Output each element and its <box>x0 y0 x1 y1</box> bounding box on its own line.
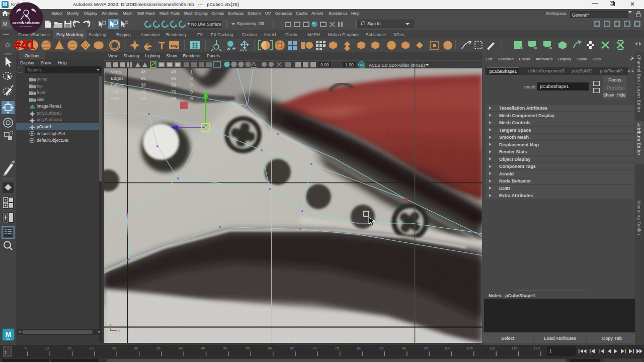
svg-text:110: 110 <box>489 346 495 350</box>
svg-text:AYA: AYA <box>7 338 11 340</box>
svg-text:x: x <box>118 329 120 332</box>
svg-text:85: 85 <box>379 346 383 350</box>
svg-text:68: 68 <box>171 96 176 101</box>
svg-text:0: 0 <box>190 96 193 101</box>
svg-text:50: 50 <box>223 346 227 350</box>
svg-text:55: 55 <box>246 346 250 350</box>
svg-text:0.0.0: 0.0.0 <box>240 48 247 51</box>
svg-text:MASTUR CREATIONS: MASTUR CREATIONS <box>13 22 40 25</box>
svg-text:115: 115 <box>512 346 518 350</box>
svg-text:svg: svg <box>171 43 178 48</box>
svg-text:76: 76 <box>141 89 146 95</box>
svg-text:we create dreams: we create dreams <box>20 26 32 28</box>
svg-text:0: 0 <box>190 89 193 95</box>
svg-text:120: 120 <box>533 346 540 350</box>
svg-text:0: 0 <box>190 82 193 87</box>
svg-text:48: 48 <box>171 69 176 74</box>
svg-text:38: 38 <box>141 82 146 87</box>
svg-text:20: 20 <box>90 346 94 350</box>
svg-text:38: 38 <box>171 82 176 87</box>
svg-text:Edges:: Edges: <box>111 76 125 81</box>
svg-text:45: 45 <box>201 346 205 350</box>
svg-text:105: 105 <box>466 346 473 350</box>
svg-text:70: 70 <box>312 346 316 350</box>
svg-text:95: 95 <box>424 346 428 350</box>
svg-text:86: 86 <box>171 76 176 81</box>
svg-text:Tris:: Tris: <box>111 89 119 95</box>
svg-text:5: 5 <box>25 346 27 350</box>
svg-text:Verts:: Verts: <box>111 69 122 74</box>
svg-text:40: 40 <box>179 346 183 350</box>
svg-text:25: 25 <box>112 346 116 350</box>
svg-text:76: 76 <box>171 89 176 95</box>
svg-text:Faces:: Faces: <box>111 82 124 87</box>
svg-text:86: 86 <box>141 76 146 81</box>
svg-text:UVs:: UVs: <box>111 96 121 101</box>
svg-text:M: M <box>3 22 7 27</box>
svg-text:90: 90 <box>401 346 406 350</box>
svg-text:75: 75 <box>335 346 339 350</box>
svg-text:100: 100 <box>444 346 451 350</box>
svg-text:60: 60 <box>268 346 272 350</box>
svg-text:1: 1 <box>190 69 193 74</box>
svg-text:30: 30 <box>134 346 138 350</box>
svg-text:80: 80 <box>357 346 361 350</box>
svg-text:15: 15 <box>67 346 71 350</box>
svg-text:35: 35 <box>156 346 160 350</box>
svg-text:10: 10 <box>45 346 49 350</box>
svg-text:58: 58 <box>141 96 146 101</box>
svg-text:T: T <box>158 40 165 51</box>
svg-text:0: 0 <box>190 76 193 81</box>
svg-text:side -X: side -X <box>283 336 297 341</box>
svg-text:65: 65 <box>290 346 294 350</box>
svg-text:48: 48 <box>141 69 146 74</box>
